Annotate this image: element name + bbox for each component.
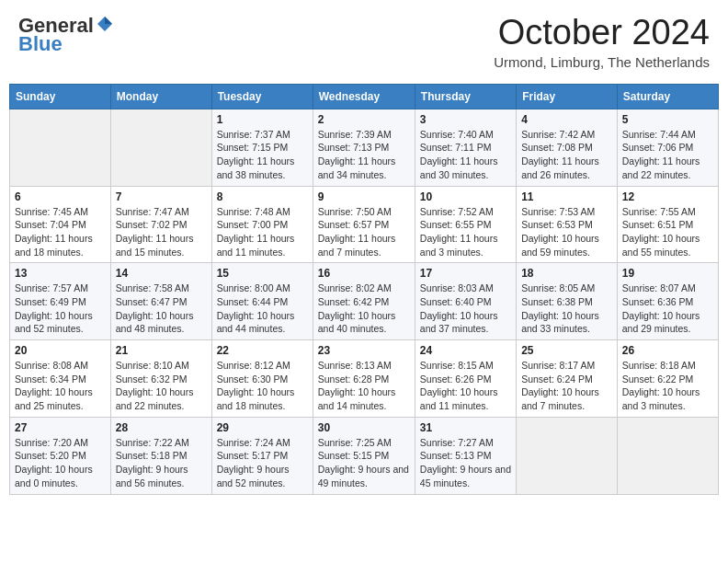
calendar-cell: 25Sunrise: 8:17 AM Sunset: 6:24 PM Dayli… bbox=[517, 340, 618, 418]
calendar-cell: 24Sunrise: 8:15 AM Sunset: 6:26 PM Dayli… bbox=[415, 340, 516, 418]
calendar-day-header: Saturday bbox=[617, 84, 718, 109]
day-number: 3 bbox=[420, 113, 511, 126]
day-number: 25 bbox=[521, 344, 612, 357]
calendar-cell: 8Sunrise: 7:48 AM Sunset: 7:00 PM Daylig… bbox=[211, 186, 313, 263]
calendar-cell: 22Sunrise: 8:12 AM Sunset: 6:30 PM Dayli… bbox=[211, 340, 313, 418]
calendar-cell: 26Sunrise: 8:18 AM Sunset: 6:22 PM Dayli… bbox=[617, 340, 718, 418]
day-info: Sunrise: 8:03 AM Sunset: 6:40 PM Dayligh… bbox=[420, 282, 511, 336]
calendar-cell: 7Sunrise: 7:47 AM Sunset: 7:02 PM Daylig… bbox=[110, 186, 211, 263]
day-info: Sunrise: 7:57 AM Sunset: 6:49 PM Dayligh… bbox=[15, 282, 106, 336]
calendar-cell: 17Sunrise: 8:03 AM Sunset: 6:40 PM Dayli… bbox=[415, 263, 516, 340]
calendar-day-header: Wednesday bbox=[313, 84, 415, 109]
day-number: 22 bbox=[217, 344, 308, 357]
calendar-cell: 13Sunrise: 7:57 AM Sunset: 6:49 PM Dayli… bbox=[10, 263, 111, 340]
title-area: October 2024 Urmond, Limburg, The Nether… bbox=[494, 14, 710, 70]
day-info: Sunrise: 8:07 AM Sunset: 6:36 PM Dayligh… bbox=[622, 282, 713, 336]
day-number: 11 bbox=[521, 190, 612, 203]
day-info: Sunrise: 7:27 AM Sunset: 5:13 PM Dayligh… bbox=[420, 436, 511, 490]
day-info: Sunrise: 7:45 AM Sunset: 7:04 PM Dayligh… bbox=[15, 205, 106, 259]
day-info: Sunrise: 8:12 AM Sunset: 6:30 PM Dayligh… bbox=[217, 359, 308, 413]
calendar-day-header: Thursday bbox=[415, 84, 516, 109]
day-info: Sunrise: 8:13 AM Sunset: 6:28 PM Dayligh… bbox=[318, 359, 410, 413]
day-info: Sunrise: 8:08 AM Sunset: 6:34 PM Dayligh… bbox=[15, 359, 106, 413]
calendar-day-header: Sunday bbox=[10, 84, 111, 109]
calendar-cell: 9Sunrise: 7:50 AM Sunset: 6:57 PM Daylig… bbox=[313, 186, 415, 263]
calendar-cell: 3Sunrise: 7:40 AM Sunset: 7:11 PM Daylig… bbox=[415, 109, 516, 186]
day-number: 17 bbox=[420, 267, 511, 280]
day-number: 30 bbox=[318, 421, 410, 434]
day-number: 9 bbox=[318, 190, 410, 203]
calendar-cell: 14Sunrise: 7:58 AM Sunset: 6:47 PM Dayli… bbox=[110, 263, 211, 340]
calendar-week-row: 20Sunrise: 8:08 AM Sunset: 6:34 PM Dayli… bbox=[10, 340, 719, 418]
day-number: 26 bbox=[622, 344, 713, 357]
calendar-cell bbox=[517, 417, 618, 494]
calendar-cell: 5Sunrise: 7:44 AM Sunset: 7:06 PM Daylig… bbox=[617, 109, 718, 186]
day-info: Sunrise: 7:39 AM Sunset: 7:13 PM Dayligh… bbox=[318, 128, 410, 182]
calendar-day-header: Tuesday bbox=[211, 84, 313, 109]
calendar-cell bbox=[110, 109, 211, 186]
day-number: 14 bbox=[116, 267, 207, 280]
logo: General Blue bbox=[18, 14, 114, 56]
day-number: 10 bbox=[420, 190, 511, 203]
day-info: Sunrise: 8:10 AM Sunset: 6:32 PM Dayligh… bbox=[116, 359, 207, 413]
day-info: Sunrise: 8:18 AM Sunset: 6:22 PM Dayligh… bbox=[622, 359, 713, 413]
day-number: 7 bbox=[116, 190, 207, 203]
logo-blue-text: Blue bbox=[18, 32, 63, 56]
calendar-table: SundayMondayTuesdayWednesdayThursdayFrid… bbox=[9, 84, 719, 495]
calendar-day-header: Friday bbox=[517, 84, 618, 109]
day-info: Sunrise: 8:02 AM Sunset: 6:42 PM Dayligh… bbox=[318, 282, 410, 336]
day-number: 24 bbox=[420, 344, 511, 357]
calendar-cell: 12Sunrise: 7:55 AM Sunset: 6:51 PM Dayli… bbox=[617, 186, 718, 263]
day-number: 15 bbox=[217, 267, 308, 280]
day-info: Sunrise: 7:47 AM Sunset: 7:02 PM Dayligh… bbox=[116, 205, 207, 259]
day-info: Sunrise: 8:05 AM Sunset: 6:38 PM Dayligh… bbox=[521, 282, 612, 336]
day-number: 21 bbox=[116, 344, 207, 357]
day-info: Sunrise: 7:53 AM Sunset: 6:53 PM Dayligh… bbox=[521, 205, 612, 259]
day-number: 20 bbox=[15, 344, 106, 357]
page-header: General Blue October 2024 Urmond, Limbur… bbox=[9, 9, 719, 75]
day-number: 4 bbox=[521, 113, 612, 126]
day-number: 5 bbox=[622, 113, 713, 126]
calendar-cell: 6Sunrise: 7:45 AM Sunset: 7:04 PM Daylig… bbox=[10, 186, 111, 263]
calendar-cell: 16Sunrise: 8:02 AM Sunset: 6:42 PM Dayli… bbox=[313, 263, 415, 340]
day-number: 6 bbox=[15, 190, 106, 203]
month-title: October 2024 bbox=[494, 14, 710, 52]
day-info: Sunrise: 7:48 AM Sunset: 7:00 PM Dayligh… bbox=[217, 205, 308, 259]
day-info: Sunrise: 7:50 AM Sunset: 6:57 PM Dayligh… bbox=[318, 205, 410, 259]
calendar-cell: 11Sunrise: 7:53 AM Sunset: 6:53 PM Dayli… bbox=[517, 186, 618, 263]
day-number: 23 bbox=[318, 344, 410, 357]
calendar-cell bbox=[617, 417, 718, 494]
day-info: Sunrise: 7:40 AM Sunset: 7:11 PM Dayligh… bbox=[420, 128, 511, 182]
calendar-cell: 18Sunrise: 8:05 AM Sunset: 6:38 PM Dayli… bbox=[517, 263, 618, 340]
calendar-week-row: 1Sunrise: 7:37 AM Sunset: 7:15 PM Daylig… bbox=[10, 109, 719, 186]
calendar-cell: 28Sunrise: 7:22 AM Sunset: 5:18 PM Dayli… bbox=[110, 417, 211, 494]
day-number: 1 bbox=[217, 113, 308, 126]
calendar-day-header: Monday bbox=[110, 84, 211, 109]
calendar-cell: 30Sunrise: 7:25 AM Sunset: 5:15 PM Dayli… bbox=[313, 417, 415, 494]
logo-icon bbox=[96, 15, 114, 33]
calendar-header-row: SundayMondayTuesdayWednesdayThursdayFrid… bbox=[10, 84, 719, 109]
day-info: Sunrise: 7:52 AM Sunset: 6:55 PM Dayligh… bbox=[420, 205, 511, 259]
day-number: 29 bbox=[217, 421, 308, 434]
calendar-cell: 15Sunrise: 8:00 AM Sunset: 6:44 PM Dayli… bbox=[211, 263, 313, 340]
day-info: Sunrise: 8:17 AM Sunset: 6:24 PM Dayligh… bbox=[521, 359, 612, 413]
day-number: 8 bbox=[217, 190, 308, 203]
day-info: Sunrise: 7:22 AM Sunset: 5:18 PM Dayligh… bbox=[116, 436, 207, 490]
calendar-cell: 23Sunrise: 8:13 AM Sunset: 6:28 PM Dayli… bbox=[313, 340, 415, 418]
day-info: Sunrise: 7:44 AM Sunset: 7:06 PM Dayligh… bbox=[622, 128, 713, 182]
day-info: Sunrise: 7:42 AM Sunset: 7:08 PM Dayligh… bbox=[521, 128, 612, 182]
calendar-week-row: 6Sunrise: 7:45 AM Sunset: 7:04 PM Daylig… bbox=[10, 186, 719, 263]
calendar-cell bbox=[10, 109, 111, 186]
day-info: Sunrise: 7:55 AM Sunset: 6:51 PM Dayligh… bbox=[622, 205, 713, 259]
calendar-cell: 1Sunrise: 7:37 AM Sunset: 7:15 PM Daylig… bbox=[211, 109, 313, 186]
calendar-week-row: 13Sunrise: 7:57 AM Sunset: 6:49 PM Dayli… bbox=[10, 263, 719, 340]
calendar-cell: 19Sunrise: 8:07 AM Sunset: 6:36 PM Dayli… bbox=[617, 263, 718, 340]
day-info: Sunrise: 8:15 AM Sunset: 6:26 PM Dayligh… bbox=[420, 359, 511, 413]
calendar-cell: 10Sunrise: 7:52 AM Sunset: 6:55 PM Dayli… bbox=[415, 186, 516, 263]
location-subtitle: Urmond, Limburg, The Netherlands bbox=[494, 54, 710, 70]
day-number: 28 bbox=[116, 421, 207, 434]
day-number: 2 bbox=[318, 113, 410, 126]
day-info: Sunrise: 7:20 AM Sunset: 5:20 PM Dayligh… bbox=[15, 436, 106, 490]
day-info: Sunrise: 7:37 AM Sunset: 7:15 PM Dayligh… bbox=[217, 128, 308, 182]
calendar-cell: 29Sunrise: 7:24 AM Sunset: 5:17 PM Dayli… bbox=[211, 417, 313, 494]
